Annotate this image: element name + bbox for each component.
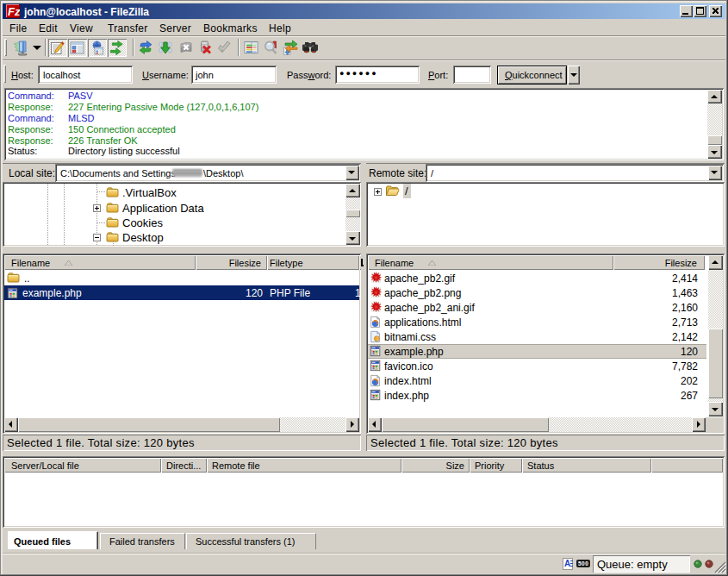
svg-text:Fz: Fz <box>8 5 20 18</box>
